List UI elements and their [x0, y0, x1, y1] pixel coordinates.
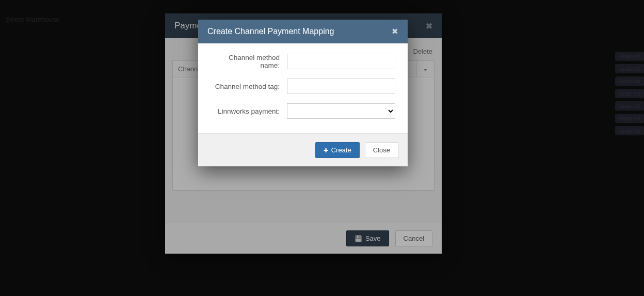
close-label: Close	[373, 146, 390, 154]
create-mapping-footer: Create Close	[198, 133, 408, 166]
create-mapping-body: Channel method name: Channel method tag:…	[198, 43, 408, 133]
save-button[interactable]: Save	[346, 230, 389, 246]
filter-icon	[423, 65, 428, 73]
close-button[interactable]: Close	[365, 142, 398, 158]
method-name-label: Channel method name:	[211, 54, 287, 69]
status-badge: Enabled	[615, 89, 644, 98]
sidebar-label: Select Warehouse	[5, 15, 60, 23]
save-label: Save	[365, 235, 381, 242]
background-badges: Enabled Enabled Enabled Enabled Enabled …	[615, 52, 644, 135]
cancel-button[interactable]: Cancel	[395, 230, 432, 246]
save-icon	[355, 235, 362, 242]
method-tag-label: Channel method tag:	[211, 83, 287, 90]
create-button[interactable]: Create	[315, 142, 360, 158]
payment-methods-footer: Save Cancel	[165, 223, 442, 254]
status-badge: Enabled	[615, 76, 644, 86]
cancel-label: Cancel	[404, 235, 424, 242]
filter-button[interactable]	[416, 61, 434, 77]
status-badge: Enabled	[615, 64, 644, 73]
delete-button[interactable]: Delete	[413, 48, 432, 55]
status-badge: Enabled	[615, 101, 644, 111]
status-badge: Enabled	[615, 126, 644, 135]
create-label: Create	[331, 146, 351, 154]
create-mapping-header: Create Channel Payment Mapping	[198, 20, 408, 43]
form-row-linnworks: Linnworks payment:	[211, 103, 395, 119]
create-mapping-title: Create Channel Payment Mapping	[207, 27, 334, 36]
close-icon[interactable]	[392, 27, 398, 36]
status-badge: Enabled	[615, 114, 644, 123]
form-row-method-name: Channel method name:	[211, 54, 395, 69]
form-row-method-tag: Channel method tag:	[211, 79, 395, 94]
method-tag-input[interactable]	[287, 79, 395, 94]
linnworks-select[interactable]	[287, 103, 395, 119]
create-mapping-modal: Create Channel Payment Mapping Channel m…	[198, 20, 408, 166]
plus-icon	[324, 146, 328, 154]
close-icon[interactable]	[426, 21, 432, 31]
method-name-input[interactable]	[287, 54, 395, 69]
status-badge: Enabled	[615, 52, 644, 61]
linnworks-label: Linnworks payment:	[211, 107, 287, 115]
